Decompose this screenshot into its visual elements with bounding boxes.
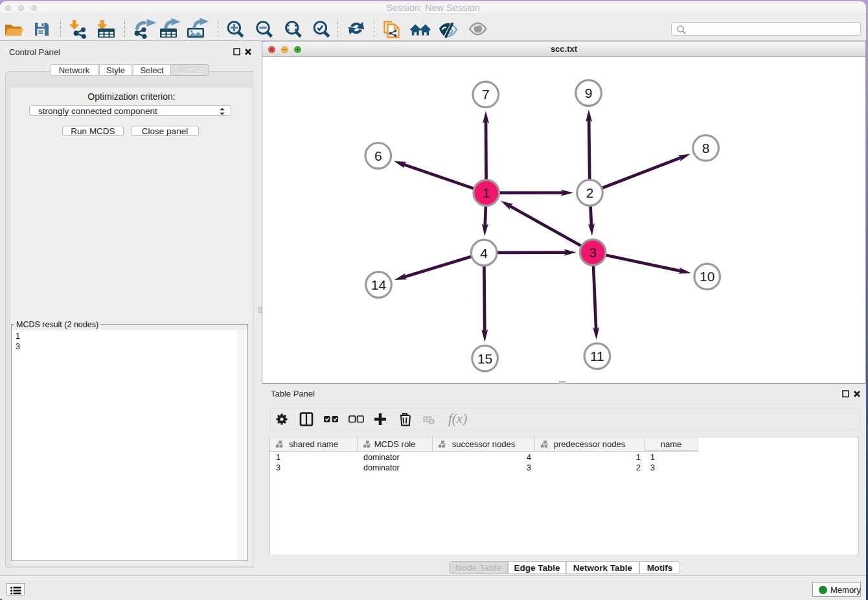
svg-text:14: 14 (371, 277, 387, 292)
svg-text:2: 2 (586, 185, 594, 200)
svg-text:7: 7 (482, 87, 490, 102)
svg-text:1: 1 (483, 185, 490, 200)
svg-text:4: 4 (480, 246, 488, 260)
svg-text:15: 15 (477, 351, 492, 366)
svg-text:11: 11 (590, 349, 604, 363)
svg-text:f(x): f(x) (448, 411, 467, 426)
svg-text:8: 8 (702, 141, 710, 156)
svg-text:10: 10 (700, 269, 714, 284)
svg-text:3: 3 (589, 245, 597, 260)
svg-text:9: 9 (585, 86, 593, 100)
svg-text:6: 6 (374, 148, 382, 163)
